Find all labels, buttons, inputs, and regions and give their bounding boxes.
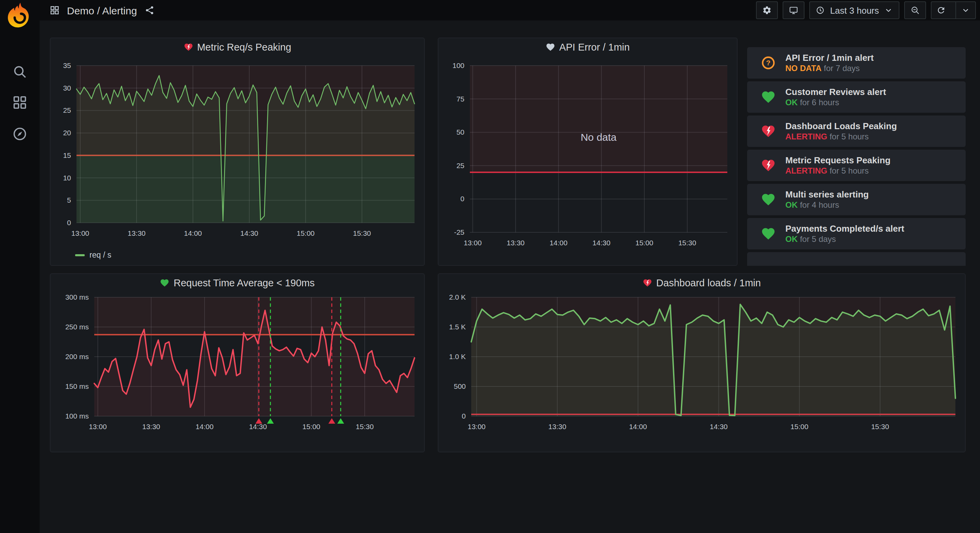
refresh-icon (936, 5, 946, 15)
x-tick-label: 14:00 (184, 229, 202, 237)
search-icon[interactable] (12, 64, 27, 79)
no-data-text: No data (581, 132, 616, 143)
api-error-canvas: -25025507510013:0013:3014:0014:3015:0015… (444, 56, 732, 261)
y-tick-label: 35 (63, 62, 71, 69)
alert-duration: for 5 hours (829, 132, 869, 142)
panel-title[interactable]: Metric Req/s Peaking (51, 38, 424, 56)
x-tick-label: 14:30 (249, 423, 267, 431)
legend-series-label: req / s (89, 251, 111, 259)
y-tick-label: 0 (462, 412, 466, 420)
x-tick-label: 14:00 (196, 423, 214, 431)
panel-title[interactable]: Dashboard loads / 1min (438, 274, 965, 292)
annotation-marker (337, 418, 344, 424)
top-nav: Demo / Alerting (40, 0, 980, 21)
alert-list-item[interactable]: Customer Reviews alert OK for 6 hours (747, 81, 966, 112)
y-tick-label: 100 (452, 62, 465, 69)
no-data-question-circle-icon: ? (761, 55, 776, 70)
dashboard-loads-canvas: 05001.0 K1.5 K2.0 K13:0013:3014:0014:301… (444, 292, 959, 448)
monitor-icon (789, 5, 799, 15)
panel-dashboard-loads: Dashboard loads / 1min 05001.0 K1.5 K2.0… (438, 273, 966, 452)
alert-list-item[interactable]: Payments Completed/s alert OK for 5 days (747, 218, 966, 249)
alert-list-item[interactable]: Metric Requests Peaking ALERTING for 5 h… (747, 150, 966, 181)
y-tick-label: 2.0 K (449, 293, 466, 301)
grafana-app: Demo / Alerting (0, 0, 980, 533)
y-tick-label: 150 ms (65, 382, 89, 390)
y-tick-label: 100 ms (65, 412, 89, 420)
refresh-interval-dropdown[interactable] (955, 2, 975, 19)
apps-grid-icon[interactable] (49, 5, 60, 16)
api-error-chart[interactable]: -25025507510013:0013:3014:0014:3015:0015… (444, 56, 732, 261)
zoom-out-icon (910, 5, 920, 15)
chevron-down-icon (884, 5, 893, 15)
alert-status-line: NO DATA for 7 days (785, 64, 874, 72)
y-tick-label: 10 (63, 174, 71, 182)
alert-duration: for 5 hours (829, 166, 869, 176)
dashboards-icon[interactable] (12, 95, 27, 110)
request-time-canvas: 100 ms150 ms200 ms250 ms300 ms13:0013:30… (56, 292, 418, 448)
y-tick-label: 25 (457, 161, 465, 169)
left-sidebar (0, 0, 40, 533)
x-tick-label: 13:00 (468, 423, 485, 431)
x-tick-label: 15:00 (297, 229, 315, 237)
x-tick-label: 13:30 (548, 423, 566, 431)
chevron-down-icon (961, 5, 970, 15)
y-tick-label: 1.5 K (449, 323, 466, 331)
panel-metric-req-peaking: Metric Req/s Peaking 0510152025303513:00… (50, 38, 425, 266)
panel-api-error: API Error / 1min -25025507510013:0013:30… (438, 38, 738, 266)
alerting-heart-broken-icon (643, 278, 652, 288)
alert-list-item[interactable]: Dashboard Loads Peaking ALERTING for 5 h… (747, 115, 966, 147)
x-tick-label: 13:00 (89, 423, 107, 431)
zoom-out-button[interactable] (904, 2, 926, 19)
refresh-button[interactable] (932, 2, 951, 19)
alert-state: ALERTING (785, 132, 827, 142)
alert-status-line: OK for 4 hours (785, 201, 869, 209)
alert-list-panel: ? API Error / 1min alert NO DATA for 7 d… (747, 38, 966, 266)
panel-title-text: Dashboard loads / 1min (656, 278, 761, 288)
x-tick-label: 15:00 (302, 423, 320, 431)
y-tick-label: 30 (63, 84, 71, 92)
annotation-marker (255, 418, 262, 424)
x-tick-label: 14:30 (710, 423, 728, 431)
alert-status-line: ALERTING for 5 hours (785, 132, 897, 141)
x-tick-label: 15:30 (353, 229, 371, 237)
time-range-picker[interactable]: Last 3 hours (810, 2, 899, 19)
y-tick-label: -25 (454, 228, 465, 236)
share-icon[interactable] (144, 5, 155, 16)
gear-icon (762, 5, 772, 15)
refresh-button-group (931, 2, 976, 19)
request-time-chart[interactable]: 100 ms150 ms200 ms250 ms300 ms13:0013:30… (56, 292, 418, 448)
y-tick-label: 1.0 K (449, 353, 466, 361)
y-tick-label: 0 (67, 219, 71, 227)
panel-title[interactable]: Request Time Average < 190ms (51, 274, 424, 292)
alert-list-item[interactable]: Multi series alerting OK for 4 hours (747, 184, 966, 215)
alert-duration: for 6 hours (800, 98, 839, 107)
alerting-heart-broken-icon (761, 158, 776, 173)
alert-list-item[interactable]: ? API Error / 1min alert NO DATA for 7 d… (747, 47, 966, 78)
alert-list-item-partial[interactable] (747, 252, 966, 266)
x-tick-label: 15:00 (791, 423, 808, 431)
dashboard-settings-button[interactable] (756, 2, 778, 19)
x-tick-label: 13:30 (142, 423, 160, 431)
y-tick-label: 250 ms (65, 323, 89, 331)
x-tick-label: 14:30 (240, 229, 258, 237)
legend-item-req-s[interactable]: req / s (75, 251, 111, 259)
grafana-logo[interactable] (6, 2, 33, 29)
y-tick-label: 500 (454, 382, 466, 390)
alert-state: OK (785, 200, 798, 210)
x-tick-label: 15:30 (871, 423, 889, 431)
panel-request-time: Request Time Average < 190ms 100 ms150 m… (50, 273, 425, 452)
tv-mode-button[interactable] (783, 2, 805, 19)
annotation-marker (328, 418, 335, 424)
alert-status-line: OK for 6 hours (785, 98, 886, 107)
x-tick-label: 13:30 (128, 229, 146, 237)
alert-title: Metric Requests Peaking (785, 156, 891, 165)
explore-compass-icon[interactable] (12, 126, 27, 142)
panel-title[interactable]: API Error / 1min (438, 38, 737, 56)
x-tick-label: 13:00 (464, 239, 482, 247)
svg-text:?: ? (766, 59, 771, 67)
dashboard-loads-chart[interactable]: 05001.0 K1.5 K2.0 K13:0013:3014:0014:301… (444, 292, 959, 448)
alert-duration: for 4 hours (800, 200, 839, 210)
metric-req-chart[interactable]: 0510152025303513:0013:3014:0014:3015:001… (56, 56, 418, 261)
dashboard-breadcrumb[interactable]: Demo / Alerting (67, 5, 137, 16)
ok-heart-icon (761, 226, 776, 241)
